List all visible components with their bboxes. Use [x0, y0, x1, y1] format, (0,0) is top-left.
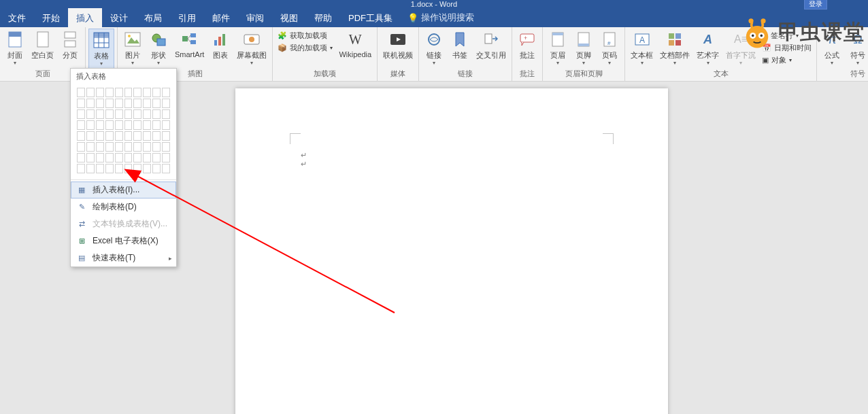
grid-cell[interactable] [115, 142, 123, 152]
textbox-button[interactable]: A 文本框 ▾ [628, 29, 656, 67]
login-button[interactable]: 登录 [804, 0, 827, 10]
grid-cell[interactable] [124, 88, 133, 97]
online-video-button[interactable]: 联机视频 [380, 29, 416, 62]
grid-cell[interactable] [124, 142, 133, 152]
grid-cell[interactable] [105, 88, 114, 97]
grid-cell[interactable] [96, 153, 104, 162]
grid-cell[interactable] [115, 88, 123, 97]
menu-excel-spreadsheet[interactable]: ⊞ Excel 电子表格(X) [71, 232, 176, 249]
grid-cell[interactable] [77, 153, 85, 162]
grid-cell[interactable] [86, 120, 95, 130]
grid-cell[interactable] [96, 109, 104, 119]
grid-cell[interactable] [124, 109, 133, 119]
grid-cell[interactable] [152, 109, 161, 119]
grid-cell[interactable] [133, 99, 141, 108]
grid-cell[interactable] [162, 99, 170, 108]
link-button[interactable]: 链接 ▾ [422, 29, 446, 67]
grid-cell[interactable] [152, 99, 161, 108]
tab-review[interactable]: 审阅 [238, 8, 272, 27]
grid-cell[interactable] [86, 142, 95, 152]
page-number-button[interactable]: # 页码 ▾ [597, 29, 622, 67]
grid-cell[interactable] [96, 131, 104, 141]
grid-cell[interactable] [152, 120, 161, 130]
grid-cell[interactable] [115, 131, 123, 141]
grid-cell[interactable] [124, 164, 133, 173]
grid-cell[interactable] [86, 88, 95, 97]
comment-button[interactable]: + 批注 [515, 29, 539, 62]
grid-cell[interactable] [143, 120, 151, 130]
grid-cell[interactable] [77, 142, 85, 152]
grid-cell[interactable] [162, 88, 170, 97]
grid-cell[interactable] [152, 131, 161, 141]
tab-pdftools[interactable]: PDF工具集 [340, 8, 401, 27]
grid-cell[interactable] [133, 88, 141, 97]
tab-home[interactable]: 开始 [34, 8, 68, 27]
grid-cell[interactable] [133, 109, 141, 119]
grid-cell[interactable] [162, 120, 170, 130]
wikipedia-button[interactable]: W Wikipedia [336, 29, 374, 60]
grid-cell[interactable] [86, 164, 95, 173]
page-break-button[interactable]: 分页 [58, 29, 82, 62]
grid-cell[interactable] [143, 164, 151, 173]
object-button[interactable]: ▣ 对象 ▾ [760, 54, 814, 66]
tab-file[interactable]: 文件 [0, 8, 34, 27]
grid-cell[interactable] [105, 120, 114, 130]
grid-cell[interactable] [133, 164, 141, 173]
grid-cell[interactable] [152, 153, 161, 162]
tab-insert[interactable]: 插入 [68, 8, 102, 27]
grid-cell[interactable] [162, 109, 170, 119]
grid-cell[interactable] [96, 88, 104, 97]
grid-cell[interactable] [105, 153, 114, 162]
grid-cell[interactable] [143, 109, 151, 119]
grid-cell[interactable] [152, 142, 161, 152]
screenshot-button[interactable]: 屏幕截图 ▾ [234, 29, 269, 67]
chart-button[interactable]: 图表 [208, 29, 233, 62]
grid-cell[interactable] [115, 109, 123, 119]
blank-page-button[interactable]: 空白页 [29, 29, 56, 62]
insert-table-grid[interactable] [71, 84, 176, 178]
grid-cell[interactable] [124, 131, 133, 141]
tab-help[interactable]: 帮助 [306, 8, 340, 27]
grid-cell[interactable] [152, 164, 161, 173]
cross-reference-button[interactable]: 交叉引用 [473, 29, 509, 62]
grid-cell[interactable] [96, 99, 104, 108]
grid-cell[interactable] [143, 88, 151, 97]
grid-cell[interactable] [133, 120, 141, 130]
grid-cell[interactable] [86, 131, 95, 141]
grid-cell[interactable] [105, 109, 114, 119]
grid-cell[interactable] [133, 131, 141, 141]
grid-cell[interactable] [162, 131, 170, 141]
grid-cell[interactable] [77, 88, 85, 97]
grid-cell[interactable] [77, 109, 85, 119]
grid-cell[interactable] [124, 120, 133, 130]
page[interactable]: ↵↵ [235, 88, 668, 414]
grid-cell[interactable] [124, 99, 133, 108]
tell-me-search[interactable]: 💡 操作说明搜索 [401, 8, 481, 27]
grid-cell[interactable] [77, 131, 85, 141]
menu-quick-tables[interactable]: ▤ 快速表格(T) ▸ [71, 249, 176, 266]
grid-cell[interactable] [115, 153, 123, 162]
cover-page-button[interactable]: 封面 ▾ [3, 29, 27, 67]
grid-cell[interactable] [96, 120, 104, 130]
table-button[interactable]: 表格 ▾ [88, 29, 114, 69]
quick-parts-button[interactable]: 文档部件 ▾ [657, 29, 692, 67]
grid-cell[interactable] [162, 164, 170, 173]
grid-cell[interactable] [86, 99, 95, 108]
grid-cell[interactable] [143, 142, 151, 152]
grid-cell[interactable] [96, 142, 104, 152]
bookmark-button[interactable]: 书签 [448, 29, 472, 62]
grid-cell[interactable] [152, 88, 161, 97]
header-button[interactable]: 页眉 ▾ [546, 29, 570, 67]
grid-cell[interactable] [143, 153, 151, 162]
grid-cell[interactable] [133, 153, 141, 162]
grid-cell[interactable] [105, 164, 114, 173]
grid-cell[interactable] [133, 142, 141, 152]
footer-button[interactable]: 页脚 ▾ [571, 29, 596, 67]
grid-cell[interactable] [105, 99, 114, 108]
grid-cell[interactable] [77, 120, 85, 130]
grid-cell[interactable] [124, 153, 133, 162]
tab-references[interactable]: 引用 [170, 8, 204, 27]
smartart-button[interactable]: SmartArt [172, 29, 207, 60]
grid-cell[interactable] [162, 142, 170, 152]
menu-insert-table[interactable]: ▦ 插入表格(I)... [71, 182, 176, 199]
